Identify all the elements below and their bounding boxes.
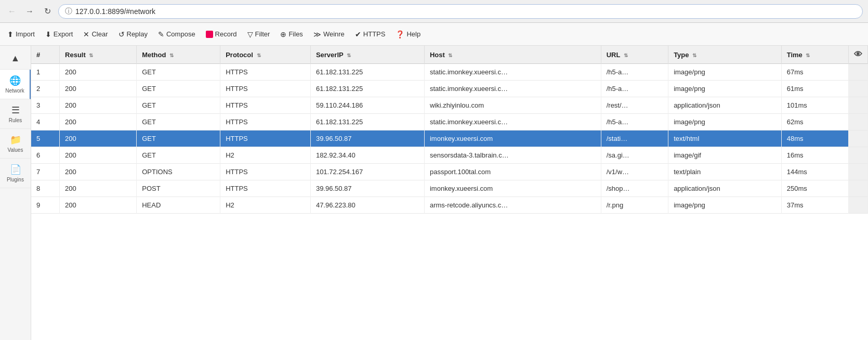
- cell-type: image/png: [668, 81, 782, 97]
- col-time[interactable]: Time ⇅: [781, 46, 848, 64]
- sidebar: ▲ 🌐 Network ☰ Rules 📁 Values 📄 Plugins: [0, 46, 31, 340]
- table-row[interactable]: 1200GETHTTPS61.182.131.225static.imonkey…: [31, 64, 868, 81]
- eye-cell: [849, 81, 868, 97]
- cell-url: /h5-a…: [601, 64, 668, 81]
- cell-method: GET: [137, 97, 220, 114]
- cell-url: /rest/…: [601, 97, 668, 114]
- sidebar-item-plugins[interactable]: 📄 Plugins: [0, 159, 31, 188]
- col-type[interactable]: Type ⇅: [668, 46, 782, 64]
- cell-result: 200: [60, 64, 137, 81]
- col-eye[interactable]: 👁: [849, 46, 868, 64]
- cell-serverip: 39.96.50.87: [310, 180, 424, 197]
- col-host[interactable]: Host ⇅: [424, 46, 601, 64]
- refresh-button[interactable]: ↻: [41, 5, 54, 18]
- sidebar-item-values[interactable]: 📁 Values: [0, 129, 31, 159]
- cell-protocol: HTTPS: [220, 130, 311, 147]
- cell-time: 61ms: [781, 81, 848, 97]
- filter-button[interactable]: ▽ Filter: [242, 27, 275, 42]
- col-result[interactable]: Result ⇅: [60, 46, 137, 64]
- cell-protocol: HTTPS: [220, 81, 311, 97]
- record-button[interactable]: Record: [201, 27, 242, 41]
- export-button[interactable]: ⬇ Export: [40, 27, 78, 42]
- cell-time: 37ms: [781, 197, 848, 214]
- eye-cell: [849, 197, 868, 214]
- cell-serverip: 61.182.131.225: [310, 81, 424, 97]
- network-icon: 🌐: [9, 75, 21, 86]
- cell-serverip: 61.182.131.225: [310, 114, 424, 130]
- sidebar-label-network: Network: [5, 88, 24, 94]
- sidebar-item-rules[interactable]: ☰ Rules: [0, 99, 31, 129]
- table-row[interactable]: 7200OPTIONSHTTPS101.72.254.167passport.1…: [31, 164, 868, 180]
- cell-time: 48ms: [781, 130, 848, 147]
- cell-type: application/json: [668, 97, 782, 114]
- rules-icon: ☰: [11, 104, 20, 116]
- col-method[interactable]: Method ⇅: [137, 46, 220, 64]
- cell-result: 200: [60, 164, 137, 180]
- cell-url: /sa.gi…: [601, 147, 668, 164]
- address-bar[interactable]: ⓘ 127.0.0.1:8899/#network: [58, 4, 863, 19]
- table-row[interactable]: 4200GETHTTPS61.182.131.225static.imonkey…: [31, 114, 868, 130]
- clear-button[interactable]: ✕ Clear: [78, 27, 113, 42]
- table-row[interactable]: 6200GETH2182.92.34.40sensorsdata-3.talbr…: [31, 147, 868, 164]
- sidebar-item-network[interactable]: 🌐 Network: [0, 70, 31, 99]
- help-icon: ❓: [396, 30, 404, 38]
- cell-serverip: 182.92.34.40: [310, 147, 424, 164]
- url-text: 127.0.0.1:8899/#network: [75, 7, 155, 16]
- cell-type: image/gif: [668, 147, 782, 164]
- replay-button[interactable]: ↺ Replay: [113, 27, 153, 42]
- cell-protocol: HTTPS: [220, 180, 311, 197]
- import-button[interactable]: ⬆ Import: [2, 27, 40, 42]
- cell-time: 144ms: [781, 164, 848, 180]
- cell-type: text/plain: [668, 164, 782, 180]
- clear-icon: ✕: [83, 30, 89, 38]
- cell-serverip: 59.110.244.186: [310, 97, 424, 114]
- col-num[interactable]: #: [31, 46, 60, 64]
- cell-host: static.imonkey.xueersi.c…: [424, 81, 601, 97]
- cell-num: 9: [31, 197, 60, 214]
- table-row[interactable]: 9200HEADH247.96.223.80arms-retcode.aliyu…: [31, 197, 868, 214]
- record-icon: [206, 31, 213, 38]
- back-button[interactable]: ←: [5, 5, 19, 18]
- table-row[interactable]: 3200GETHTTPS59.110.244.186wiki.zhiyinlou…: [31, 97, 868, 114]
- cell-method: HEAD: [137, 197, 220, 214]
- cell-num: 3: [31, 97, 60, 114]
- col-serverip[interactable]: ServerIP ⇅: [310, 46, 424, 64]
- info-icon: ⓘ: [65, 7, 72, 16]
- compose-button[interactable]: ✎ Compose: [153, 27, 201, 42]
- cell-protocol: HTTPS: [220, 64, 311, 81]
- files-icon: ⊕: [280, 30, 286, 38]
- table-header-row: # Result ⇅ Method ⇅ Protocol ⇅ ServerIP …: [31, 46, 868, 64]
- table-row[interactable]: 5200GETHTTPS39.96.50.87imonkey.xueersi.c…: [31, 130, 868, 147]
- weinre-button[interactable]: ≫ Weinre: [308, 27, 350, 42]
- cell-url: /h5-a…: [601, 81, 668, 97]
- cell-protocol: HTTPS: [220, 97, 311, 114]
- cell-url: /r.png: [601, 197, 668, 214]
- cell-protocol: H2: [220, 197, 311, 214]
- browser-chrome: ← → ↻ ⓘ 127.0.0.1:8899/#network: [0, 0, 868, 23]
- forward-button[interactable]: →: [23, 5, 36, 18]
- help-button[interactable]: ❓ Help: [390, 27, 426, 42]
- eye-cell: [849, 164, 868, 180]
- sidebar-item-collapse[interactable]: ▲: [0, 48, 31, 70]
- table-row[interactable]: 8200POSTHTTPS39.96.50.87imonkey.xueersi.…: [31, 180, 868, 197]
- table-row[interactable]: 2200GETHTTPS61.182.131.225static.imonkey…: [31, 81, 868, 97]
- cell-method: GET: [137, 114, 220, 130]
- https-button[interactable]: ✔ HTTPS: [350, 27, 391, 42]
- cell-type: text/html: [668, 130, 782, 147]
- files-button[interactable]: ⊕ Files: [275, 27, 308, 42]
- cell-host: wiki.zhiyinlou.com: [424, 97, 601, 114]
- cell-method: GET: [137, 81, 220, 97]
- cell-type: image/png: [668, 64, 782, 81]
- cell-time: 16ms: [781, 147, 848, 164]
- import-icon: ⬆: [7, 30, 14, 38]
- eye-cell: [849, 97, 868, 114]
- main-layout: ▲ 🌐 Network ☰ Rules 📁 Values 📄 Plugins #…: [0, 46, 868, 340]
- cell-method: GET: [137, 64, 220, 81]
- cell-host: imonkey.xueersi.com: [424, 130, 601, 147]
- col-url[interactable]: URL ⇅: [601, 46, 668, 64]
- cell-time: 62ms: [781, 114, 848, 130]
- filter-icon: ▽: [247, 30, 253, 38]
- https-icon: ✔: [355, 30, 361, 38]
- cell-result: 200: [60, 97, 137, 114]
- col-protocol[interactable]: Protocol ⇅: [220, 46, 311, 64]
